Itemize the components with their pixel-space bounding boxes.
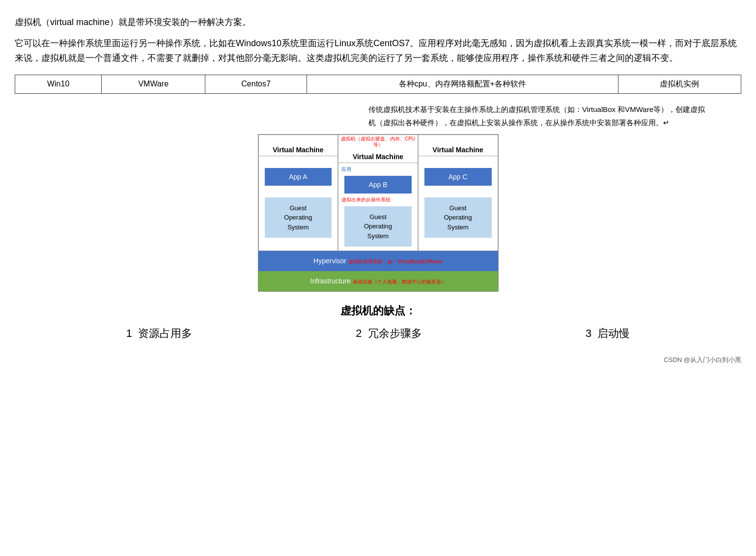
vm1-header: Virtual Machine — [259, 142, 338, 156]
vm1-guest: GuestOperatingSystem — [265, 197, 332, 238]
table-cell-centos7: Centos7 — [205, 75, 307, 93]
table-cell-win10: Win10 — [15, 75, 102, 93]
main-content: 虚拟机（virtual machine）就是带环境安装的一种解决方案。 它可以在… — [15, 10, 741, 369]
vm1-cell: Virtual Machine App A GuestOperatingSyst… — [258, 135, 338, 251]
vm3-header: Virtual Machine — [419, 142, 498, 156]
dis-num-2: 2 — [356, 327, 362, 340]
infrastructure-label: Infrastructure — [310, 277, 350, 285]
vm3-guest: GuestOperatingSystem — [424, 197, 492, 238]
table-cell-config: 各种cpu、内存网络额配置+各种软件 — [307, 75, 618, 93]
dis-num-3: 3 — [586, 327, 591, 340]
vm3-annotation — [419, 135, 498, 142]
disadvantage-item-2: 2 冗余步骤多 — [356, 326, 421, 341]
table-section: Win10 VMWare Centos7 各种cpu、内存网络额配置+各种软件 … — [15, 75, 741, 94]
vm2-guest-annotation: 虚拟出来的从操作系统 — [341, 196, 415, 203]
intro-line2-text: 它可以在一种操作系统里面运行另一种操作系统，比如在Windows10系统里面运行… — [15, 38, 737, 63]
vm1-app-wrap: App A — [262, 159, 335, 186]
vm3-app: App C — [424, 168, 492, 186]
vm1-app-annotation — [262, 159, 335, 165]
diagram-wrapper: Virtual Machine App A GuestOperatingSyst… — [15, 134, 741, 292]
infrastructure-annotation: 基础设施（个人电脑，数据中心的服务器） — [353, 279, 446, 284]
vm3-guest-annotation — [421, 189, 495, 195]
table-cell-vm-instance: 虚拟机实例 — [618, 75, 741, 93]
intro-line1: 虚拟机（virtual machine）就是带环境安装的一种解决方案。 — [15, 15, 741, 30]
info-table: Win10 VMWare Centos7 各种cpu、内存网络额配置+各种软件 … — [15, 75, 741, 94]
dis-text-1: 资源占用多 — [138, 326, 192, 341]
hypervisor-annotation: 虚拟机管理系统，如：VirtualBox或VMware — [348, 259, 443, 264]
disadvantage-item-3: 3 启动慢 — [586, 326, 630, 341]
dis-text-2: 冗余步骤多 — [368, 326, 422, 341]
vm3-app-annotation — [421, 159, 495, 165]
vm2-app-wrap: 应用 App B — [341, 166, 415, 194]
watermark: CSDN @从入门小白到小黑 — [15, 356, 741, 364]
intro-line1-text: 虚拟机（virtual machine）就是带环境安装的一种解决方案。 — [15, 17, 251, 27]
hypervisor-label: Hypervisor — [313, 257, 346, 265]
vm3-cell: Virtual Machine App C GuestOperatingSyst… — [418, 135, 498, 251]
vm-diagram: Virtual Machine App A GuestOperatingSyst… — [258, 134, 499, 292]
vm2-app: App B — [344, 176, 412, 194]
vm2-header: Virtual Machine — [338, 149, 418, 163]
description-text: 传统虚拟机技术基于安装在主操作系统上的虚拟机管理系统（如：VirtualBox … — [368, 103, 712, 129]
vm2-guest: GuestOperatingSystem — [344, 206, 412, 247]
intro-line2: 它可以在一种操作系统里面运行另一种操作系统，比如在Windows10系统里面运行… — [15, 36, 741, 66]
vm1-app: App A — [265, 168, 332, 186]
hypervisor-row: Hypervisor 虚拟机管理系统，如：VirtualBox或VMware — [258, 251, 498, 271]
vm3-app-wrap: App C — [421, 159, 495, 186]
vm-row-headers: Virtual Machine App A GuestOperatingSyst… — [258, 135, 498, 251]
vm2-annotation-top: 虚拟机（虚拟出硬盘、内存、CPU等） — [338, 135, 418, 149]
disadvantages-title: 虚拟机的缺点： — [15, 304, 741, 318]
dis-text-3: 启动慢 — [597, 326, 630, 341]
vm1-guest-annotation — [262, 189, 335, 195]
dis-num-1: 1 — [126, 327, 132, 340]
description-section: 传统虚拟机技术基于安装在主操作系统上的虚拟机管理系统（如：VirtualBox … — [192, 103, 741, 129]
vm2-guest-wrap: 虚拟出来的从操作系统 GuestOperatingSystem — [341, 196, 415, 247]
vm1-guest-wrap: GuestOperatingSystem — [262, 189, 335, 238]
table-cell-vmware: VMWare — [102, 75, 205, 93]
vm2-cell: 虚拟机（虚拟出硬盘、内存、CPU等） Virtual Machine 应用 Ap… — [338, 135, 418, 251]
vm2-app-annotation: 应用 — [341, 166, 415, 173]
disadvantages-row: 1 资源占用多 2 冗余步骤多 3 启动慢 — [15, 326, 741, 341]
vm3-guest-wrap: GuestOperatingSystem — [421, 189, 495, 238]
disadvantage-item-1: 1 资源占用多 — [126, 326, 192, 341]
vm1-annotation — [259, 135, 338, 142]
infrastructure-row: Infrastructure 基础设施（个人电脑，数据中心的服务器） — [258, 271, 498, 291]
